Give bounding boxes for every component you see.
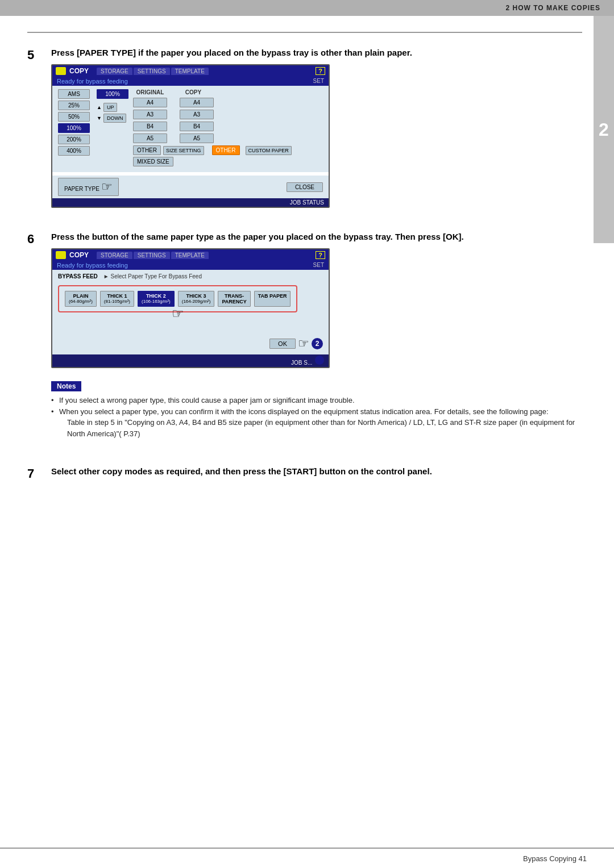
badge-footer (315, 356, 324, 365)
tab-template-2[interactable]: TEMPLATE (171, 252, 209, 259)
screen2-footer: JOB S... (52, 354, 329, 367)
screen1-title: COPY (69, 67, 89, 75)
step-6-text: Press the button of the same paper type … (51, 231, 582, 243)
tab-settings-2[interactable]: SETTINGS (134, 252, 170, 259)
ok-button[interactable]: OK (269, 339, 296, 349)
type-transparency[interactable]: TRANS-PARENCY (218, 291, 250, 307)
zoom-100[interactable]: 100% (58, 123, 90, 133)
type-plain[interactable]: PLAIN (64-80g/m²) (65, 291, 97, 307)
screen1-bottom-row: PAPER TYPE ☞ CLOSE (52, 176, 329, 198)
screen2-bottom: OK ☞ 2 (58, 336, 323, 351)
copy-b4[interactable]: B4 (180, 122, 214, 131)
screen1-status: Ready for bypass feeding (57, 78, 128, 85)
paper-labels-row: ORIGINAL COPY (133, 89, 323, 95)
set-label-2: SET (313, 262, 324, 269)
step-5-body: Press [PAPER TYPE] if the paper you plac… (51, 47, 582, 215)
help-button[interactable]: ? (316, 67, 325, 75)
header-title: 2 HOW TO MAKE COPIES (506, 4, 600, 12)
bypass-instruction: ► Select Paper Type For Bypass Feed (103, 273, 202, 279)
tab-storage[interactable]: STORAGE (97, 68, 132, 75)
screen2-status: Ready for bypass feeding (57, 262, 128, 269)
paper-section: ORIGINAL COPY A4 A4 A3 A3 (133, 89, 323, 169)
tab-settings[interactable]: SETTINGS (134, 68, 170, 75)
copy-screen-1: COPY STORAGE SETTINGS TEMPLATE ? Ready f… (51, 64, 330, 208)
copy-icon-2 (56, 251, 66, 259)
type-thick3[interactable]: THICK 3 (164-209g/m²) (178, 291, 215, 307)
size-setting[interactable]: SIZE SETTING (163, 146, 204, 155)
type-plain-sub: (64-80g/m²) (69, 299, 93, 304)
chapter-tab: 2 (594, 16, 614, 243)
original-label: ORIGINAL (133, 89, 167, 95)
step-5-text: Press [PAPER TYPE] if the paper you plac… (51, 47, 582, 59)
zoom-up-down: ▲ UP (97, 103, 128, 112)
zoom-down-btn[interactable]: DOWN (103, 114, 127, 123)
copy-icon (56, 67, 66, 75)
copy-a4[interactable]: A4 (180, 98, 214, 107)
zoom-50[interactable]: 50% (58, 112, 90, 122)
cursor-hand-3: ☞ (298, 336, 309, 351)
notes-sub: Table in step 5 in "Copying on A3, A4, B… (67, 417, 582, 439)
footer-bar: Bypass Copying 41 (0, 848, 614, 868)
copy-a5[interactable]: A5 (180, 133, 214, 143)
zoom-up-btn[interactable]: UP (103, 103, 118, 112)
screen2-header: COPY STORAGE SETTINGS TEMPLATE ? (52, 249, 329, 261)
screen-2-wrap: COPY STORAGE SETTINGS TEMPLATE ? Ready f… (51, 248, 330, 373)
zoom-controls: 100% ▲ UP ▼ DOWN (97, 89, 128, 169)
main-content: 5 Press [PAPER TYPE] if the paper you pl… (0, 16, 614, 515)
copy-label: COPY (176, 89, 210, 95)
orig-a3[interactable]: A3 (133, 110, 167, 119)
orig-other[interactable]: OTHER (133, 145, 161, 155)
other-row: OTHER SIZE SETTING OTHER CUSTOM PAPER (133, 145, 323, 155)
screen1-footer: JOB STATUS (52, 198, 329, 207)
notes-list: If you select a wrong paper type, this c… (51, 395, 582, 439)
zoom-25[interactable]: 25% (58, 101, 90, 110)
bypass-feed-label: BYPASS FEED (58, 273, 98, 279)
cursor-hand-2: ☞ (172, 306, 184, 322)
orig-b4[interactable]: B4 (133, 122, 167, 131)
copy-screen-2: COPY STORAGE SETTINGS TEMPLATE ? Ready f… (51, 248, 330, 368)
type-thick3-sub: (164-209g/m²) (182, 299, 211, 304)
orig-a5[interactable]: A5 (133, 133, 167, 143)
step-7-text: Select other copy modes as required, and… (51, 465, 582, 477)
bypass-header-row: BYPASS FEED ► Select Paper Type For Bypa… (58, 273, 323, 279)
note-item-2: When you select a paper type, you can co… (51, 406, 582, 440)
footer-text: Bypass Copying 41 (523, 854, 587, 863)
type-thick3-label: THICK 3 (186, 293, 206, 299)
type-trans-label: TRANS-PARENCY (222, 293, 246, 304)
tab-template[interactable]: TEMPLATE (171, 68, 209, 75)
zoom-200[interactable]: 200% (58, 135, 90, 144)
step-5: 5 Press [PAPER TYPE] if the paper you pl… (27, 47, 582, 215)
job-status-1: JOB STATUS (290, 199, 324, 206)
paper-row-a3: A3 A3 (133, 110, 323, 119)
header-bar: 2 HOW TO MAKE COPIES (0, 0, 614, 16)
screen1-body: AMS 25% 50% 100% 200% 400% 100% ▲ (52, 86, 329, 172)
paper-row-a4: A4 A4 (133, 98, 323, 107)
paper-row-a5: A5 A5 (133, 133, 323, 143)
type-thick2[interactable]: THICK 2 (106-163g/m²) (138, 291, 175, 307)
mixed-size[interactable]: MIXED SIZE (133, 157, 173, 166)
step-6-number: 6 (27, 232, 43, 449)
screen1-tabs: STORAGE SETTINGS TEMPLATE (97, 68, 209, 75)
type-thick1[interactable]: THICK 1 (81-105g/m²) (100, 291, 134, 307)
help-button-2[interactable]: ? (316, 251, 325, 259)
custom-paper[interactable]: CUSTOM PAPER (246, 146, 292, 155)
orig-a4[interactable]: A4 (133, 98, 167, 107)
type-thick2-sub: (106-163g/m²) (142, 299, 171, 304)
paper-type-btn[interactable]: PAPER TYPE ☞ (58, 178, 119, 196)
copy-a3[interactable]: A3 (180, 110, 214, 119)
tab-storage-2[interactable]: STORAGE (97, 252, 132, 259)
mixed-size-row: MIXED SIZE (133, 157, 323, 166)
step-7-number: 7 (27, 466, 43, 483)
type-tab-label: TAB PAPER (258, 293, 287, 299)
screen2-tabs: STORAGE SETTINGS TEMPLATE (97, 252, 209, 259)
type-tab-paper[interactable]: TAB PAPER (254, 291, 291, 307)
note-item-1: If you select a wrong paper type, this c… (51, 395, 582, 406)
step-6-body: Press the button of the same paper type … (51, 231, 582, 449)
screen2-title: COPY (69, 251, 89, 259)
step-7-body: Select other copy modes as required, and… (51, 465, 582, 483)
type-thick1-sub: (81-105g/m²) (104, 299, 130, 304)
copy-other[interactable]: OTHER (212, 145, 240, 155)
close-btn[interactable]: CLOSE (287, 182, 323, 192)
zoom-400[interactable]: 400% (58, 146, 90, 156)
zoom-ams[interactable]: AMS (58, 89, 90, 99)
